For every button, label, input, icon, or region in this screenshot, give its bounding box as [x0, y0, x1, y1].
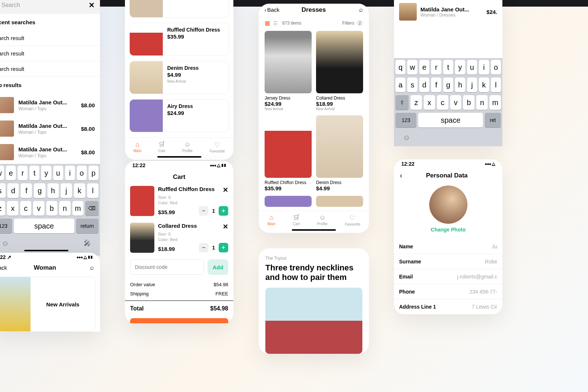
- checkout-button[interactable]: [130, 318, 228, 323]
- key[interactable]: m: [72, 201, 83, 216]
- key[interactable]: v: [33, 201, 44, 216]
- key[interactable]: t: [443, 60, 453, 75]
- field-name[interactable]: NameJu: [394, 239, 502, 254]
- nav-profile[interactable]: ☺Profile: [182, 141, 193, 153]
- change-photo-button[interactable]: Change Photo: [394, 227, 502, 233]
- key-123[interactable]: 123: [0, 219, 12, 233]
- key[interactable]: s: [0, 183, 6, 198]
- product-card[interactable]: Jersey Dress$24.99New Arrival: [265, 31, 312, 111]
- nav-favourite[interactable]: ♡Favourite: [345, 214, 361, 226]
- key[interactable]: x: [424, 95, 435, 110]
- field-address[interactable]: Address Line 17 Lewis Cir: [394, 299, 502, 314]
- nav-favourite[interactable]: ♡Favourite: [209, 141, 225, 153]
- key-space[interactable]: space: [14, 219, 74, 233]
- product-card[interactable]: Denim Dress$4.99New Arrival: [129, 61, 229, 94]
- key[interactable]: t: [29, 166, 39, 180]
- key[interactable]: w: [0, 166, 4, 180]
- product-card[interactable]: New Arrival: [129, 0, 229, 18]
- nav-main[interactable]: ⌂Main: [133, 141, 141, 153]
- key[interactable]: c: [20, 201, 31, 216]
- key-return[interactable]: return: [76, 219, 98, 233]
- nav-cart[interactable]: 🛒︎Cart: [293, 214, 300, 226]
- result-row[interactable]: Matilda Jane Out... Woman / Tops $8.00: [0, 140, 100, 164]
- key[interactable]: q: [395, 60, 405, 75]
- qty-minus[interactable]: −: [199, 206, 208, 216]
- nav-cart[interactable]: 🛒︎Cart: [158, 141, 165, 153]
- key[interactable]: e: [419, 60, 429, 75]
- key[interactable]: j: [467, 78, 477, 92]
- category-card[interactable]: New Arrivals: [0, 277, 96, 332]
- key[interactable]: j: [61, 183, 72, 198]
- product-card[interactable]: Denim Dress$4.99: [316, 115, 363, 191]
- discount-input[interactable]: [130, 259, 204, 275]
- key[interactable]: u: [467, 60, 477, 75]
- key[interactable]: d: [7, 183, 19, 198]
- field-phone[interactable]: Phone234 456-77-: [394, 284, 502, 299]
- key[interactable]: l: [491, 78, 501, 92]
- nav-main[interactable]: ⌂Main: [268, 214, 276, 226]
- search-icon[interactable]: ⌕: [90, 264, 94, 271]
- key[interactable]: x: [7, 201, 18, 216]
- recent-item[interactable]: arch result: [0, 46, 100, 61]
- key[interactable]: z: [410, 95, 422, 110]
- field-email[interactable]: Emailj.roberts@gmail.c: [394, 269, 502, 284]
- list-view-icon[interactable]: ☰: [273, 20, 278, 26]
- key[interactable]: k: [479, 78, 489, 92]
- key[interactable]: p: [89, 166, 98, 180]
- key[interactable]: k: [74, 183, 85, 198]
- backspace-icon[interactable]: ⌫: [85, 201, 98, 216]
- key-123[interactable]: 123: [395, 113, 416, 127]
- close-icon[interactable]: ✕: [89, 1, 95, 10]
- product-card[interactable]: [265, 196, 312, 207]
- shift-icon[interactable]: ⇧: [395, 95, 409, 110]
- key[interactable]: l: [87, 183, 98, 198]
- product-card[interactable]: [316, 196, 363, 207]
- product-card[interactable]: Airy Dress$24.99: [129, 99, 229, 132]
- key[interactable]: u: [53, 166, 63, 180]
- key[interactable]: d: [419, 78, 429, 92]
- mic-icon[interactable]: 🎤︎: [84, 239, 91, 248]
- key[interactable]: n: [476, 95, 488, 110]
- key[interactable]: b: [46, 201, 57, 216]
- key[interactable]: o: [77, 166, 87, 180]
- remove-icon[interactable]: ✕: [223, 186, 228, 194]
- search-bar[interactable]: Search ✕: [0, 0, 100, 14]
- remove-icon[interactable]: ✕: [223, 223, 228, 231]
- key[interactable]: m: [490, 95, 501, 110]
- key[interactable]: i: [65, 166, 75, 180]
- qty-plus[interactable]: +: [219, 206, 228, 216]
- emoji-icon[interactable]: ☺: [1, 239, 9, 248]
- key[interactable]: h: [455, 78, 465, 92]
- key-space[interactable]: space: [418, 113, 483, 127]
- key[interactable]: e: [6, 166, 16, 180]
- key[interactable]: a: [395, 78, 405, 92]
- recent-item[interactable]: arch result: [0, 61, 100, 77]
- nav-profile[interactable]: ☺Profile: [317, 214, 327, 226]
- result-row[interactable]: Matilda Jane Out... Woman / Tops $8.00: [0, 93, 100, 117]
- key[interactable]: z: [0, 201, 5, 216]
- result-row[interactable]: Matilda Jane Out... Woman / Dresses $24.: [394, 0, 502, 25]
- key[interactable]: i: [479, 60, 489, 75]
- filters-button[interactable]: Filters2: [342, 20, 363, 26]
- key-return[interactable]: ret: [485, 113, 501, 127]
- product-card[interactable]: Ruffled Chiffon Dress$35.99: [265, 115, 312, 191]
- grid-view-icon[interactable]: ▦: [265, 19, 270, 26]
- result-row[interactable]: Matilda Jane Out... Woman / Tops $8.00: [0, 117, 100, 140]
- key[interactable]: g: [34, 183, 45, 198]
- key[interactable]: v: [450, 95, 462, 110]
- key[interactable]: h: [47, 183, 59, 198]
- search-icon[interactable]: ⌕: [359, 6, 363, 14]
- add-discount-button[interactable]: Add: [208, 259, 228, 275]
- key[interactable]: w: [407, 60, 417, 75]
- recent-item[interactable]: arch result: [0, 30, 100, 46]
- article-card[interactable]: The Tryout Three trendy necklines and ho…: [259, 248, 369, 354]
- key[interactable]: y: [455, 60, 465, 75]
- key[interactable]: f: [21, 183, 32, 198]
- key[interactable]: g: [443, 78, 453, 92]
- key[interactable]: s: [407, 78, 417, 92]
- qty-minus[interactable]: −: [199, 243, 208, 252]
- key[interactable]: n: [59, 201, 70, 216]
- key[interactable]: r: [431, 60, 441, 75]
- key[interactable]: f: [431, 78, 441, 92]
- key[interactable]: b: [463, 95, 474, 110]
